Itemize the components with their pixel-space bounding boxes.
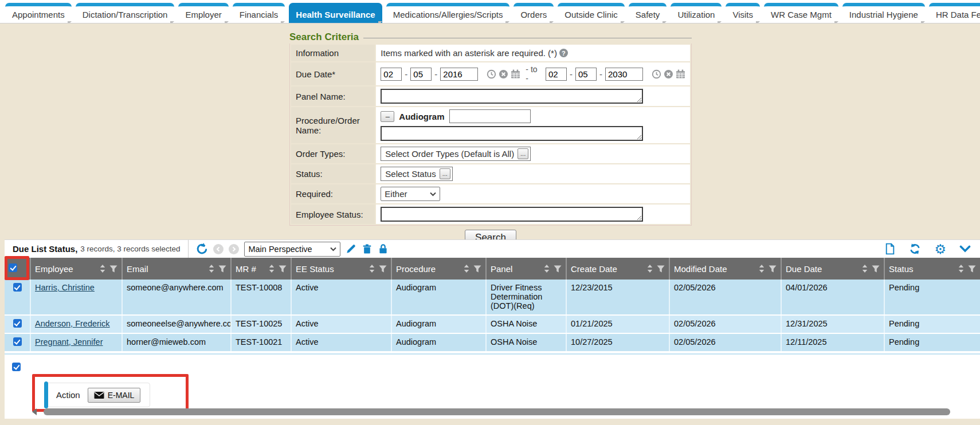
filter-icon[interactable] bbox=[109, 265, 117, 273]
filter-icon[interactable] bbox=[279, 265, 287, 273]
panel-name-input[interactable] bbox=[381, 89, 643, 104]
panel-cell: OSHA Noise bbox=[486, 333, 566, 352]
col-header-ee-status[interactable]: EE Status bbox=[291, 258, 391, 280]
col-header-mr[interactable]: MR # bbox=[231, 258, 291, 280]
employee-link[interactable]: Pregnant, Jennifer bbox=[35, 337, 103, 347]
sort-icon[interactable] bbox=[209, 265, 214, 273]
employee-status-input[interactable] bbox=[381, 207, 643, 222]
filter-icon[interactable] bbox=[554, 265, 562, 273]
col-header-status[interactable]: Status bbox=[884, 258, 980, 280]
sort-icon[interactable] bbox=[862, 265, 868, 273]
tab-financials[interactable]: Financials bbox=[233, 3, 285, 23]
due-date-to-year[interactable] bbox=[605, 68, 643, 81]
order-types-browse-button[interactable]: ... bbox=[518, 148, 528, 159]
row-checkbox[interactable] bbox=[13, 283, 22, 292]
tab-orders[interactable]: Orders bbox=[513, 3, 554, 23]
due-date-to-month[interactable] bbox=[546, 68, 567, 81]
filter-icon[interactable] bbox=[872, 265, 880, 273]
horizontal-scrollbar[interactable] bbox=[5, 408, 980, 416]
col-header-procedure[interactable]: Procedure bbox=[391, 258, 486, 280]
gear-icon[interactable]: ⚙ bbox=[934, 243, 946, 255]
tab-employer[interactable]: Employer bbox=[178, 3, 228, 23]
scrollbar-thumb[interactable] bbox=[44, 408, 950, 415]
remove-procedure-button[interactable]: – bbox=[381, 111, 394, 122]
filter-icon[interactable] bbox=[473, 265, 481, 273]
filter-icon[interactable] bbox=[968, 265, 976, 273]
tab-hr-data-feed[interactable]: HR Data Feed bbox=[929, 3, 980, 23]
calendar-icon[interactable] bbox=[676, 69, 685, 80]
clear-date-icon[interactable] bbox=[499, 69, 508, 80]
clear-date-icon[interactable] bbox=[664, 69, 673, 80]
employee-link[interactable]: Harris, Christine bbox=[35, 283, 95, 292]
employee-link[interactable]: Anderson, Frederick bbox=[35, 319, 110, 328]
calendar-icon[interactable] bbox=[511, 69, 520, 80]
tab-industrial-hygiene[interactable]: Industrial Hygiene bbox=[842, 3, 925, 23]
scroll-left-arrow-icon[interactable] bbox=[32, 408, 37, 415]
next-page-icon[interactable] bbox=[229, 244, 239, 254]
sort-icon[interactable] bbox=[464, 265, 469, 273]
collapse-chevron-icon[interactable] bbox=[959, 243, 971, 255]
filter-icon[interactable] bbox=[769, 265, 777, 273]
edit-perspective-icon[interactable] bbox=[346, 243, 356, 254]
select-all-checkbox[interactable] bbox=[9, 263, 17, 272]
tab-utilization[interactable]: Utilization bbox=[671, 3, 722, 23]
col-header-panel[interactable]: Panel bbox=[486, 258, 566, 280]
time-picker-icon[interactable] bbox=[652, 69, 661, 80]
procedure-quick-input[interactable] bbox=[449, 109, 531, 123]
tab-wr-case-mgmt[interactable]: WR Case Mgmt bbox=[764, 3, 838, 23]
tab-appointments[interactable]: Appointments bbox=[5, 3, 72, 23]
col-header-due-date[interactable]: Due Date bbox=[781, 258, 884, 280]
row-checkbox[interactable] bbox=[13, 319, 22, 328]
panel-name-label: Panel Name: bbox=[291, 86, 375, 106]
filter-icon[interactable] bbox=[657, 265, 665, 273]
due-date-cell: 12/11/2025 bbox=[781, 333, 884, 352]
time-picker-icon[interactable] bbox=[487, 69, 496, 80]
procedure-order-name-input[interactable] bbox=[381, 126, 643, 141]
prev-page-icon[interactable] bbox=[213, 244, 224, 254]
sort-icon[interactable] bbox=[100, 265, 105, 273]
sort-icon[interactable] bbox=[647, 265, 653, 273]
tab-safety[interactable]: Safety bbox=[629, 3, 667, 23]
modified-date-cell: 02/05/2026 bbox=[669, 315, 781, 333]
status-browse-button[interactable]: ... bbox=[440, 168, 450, 179]
status-picker[interactable]: Select Status ... bbox=[381, 167, 452, 181]
filter-icon[interactable] bbox=[379, 265, 387, 273]
table-row: Anderson, Frederick someoneelse@anywhere… bbox=[5, 315, 980, 333]
due-date-from-month[interactable] bbox=[381, 68, 402, 81]
duelist-record-count: 3 records, 3 records selected bbox=[80, 245, 180, 253]
due-date-from-day[interactable] bbox=[410, 68, 432, 81]
refresh-icon[interactable] bbox=[909, 243, 921, 255]
col-header-modified-date[interactable]: Modified Date bbox=[669, 258, 781, 280]
delete-perspective-icon[interactable] bbox=[362, 243, 373, 254]
sort-icon[interactable] bbox=[544, 265, 550, 273]
row-checkbox[interactable] bbox=[13, 337, 22, 346]
email-button[interactable]: E-MAIL bbox=[88, 388, 141, 403]
required-select[interactable]: Either bbox=[381, 187, 440, 201]
sort-icon[interactable] bbox=[369, 265, 375, 273]
footer-select-all-checkbox[interactable] bbox=[12, 363, 21, 371]
order-types-picker[interactable]: Select Order Types (Default is All) ... bbox=[381, 147, 531, 161]
tab-visits[interactable]: Visits bbox=[726, 3, 760, 23]
filter-icon[interactable] bbox=[218, 265, 226, 273]
col-header-create-date[interactable]: Create Date bbox=[566, 258, 669, 280]
tab-outside-clinic[interactable]: Outside Clinic bbox=[558, 3, 625, 23]
export-document-icon[interactable] bbox=[884, 243, 896, 255]
col-header-email[interactable]: Email bbox=[122, 258, 231, 280]
due-date-from-year[interactable] bbox=[440, 68, 478, 81]
email-cell: horner@mieweb.com bbox=[122, 333, 231, 352]
chevron-down-icon bbox=[330, 247, 336, 251]
perspective-select[interactable]: Main Perspective bbox=[244, 242, 340, 257]
col-header-employee[interactable]: Employee bbox=[30, 258, 122, 280]
tab-medications-allergies-scripts[interactable]: Medications/Allergies/Scripts bbox=[386, 3, 510, 23]
tab-health-surveillance[interactable]: Health Surveillance bbox=[289, 3, 382, 23]
modified-date-cell: 02/05/2026 bbox=[669, 280, 781, 315]
due-date-to-day[interactable] bbox=[575, 68, 597, 81]
create-date-cell: 12/23/2015 bbox=[566, 280, 669, 315]
sort-icon[interactable] bbox=[269, 265, 275, 273]
tab-dictation-transcription[interactable]: Dictation/Transcription bbox=[76, 3, 175, 23]
help-icon[interactable]: ? bbox=[559, 49, 568, 57]
reset-icon[interactable] bbox=[196, 243, 208, 255]
sort-icon[interactable] bbox=[759, 265, 765, 273]
sort-icon[interactable] bbox=[958, 265, 964, 273]
lock-perspective-icon[interactable] bbox=[378, 243, 389, 254]
